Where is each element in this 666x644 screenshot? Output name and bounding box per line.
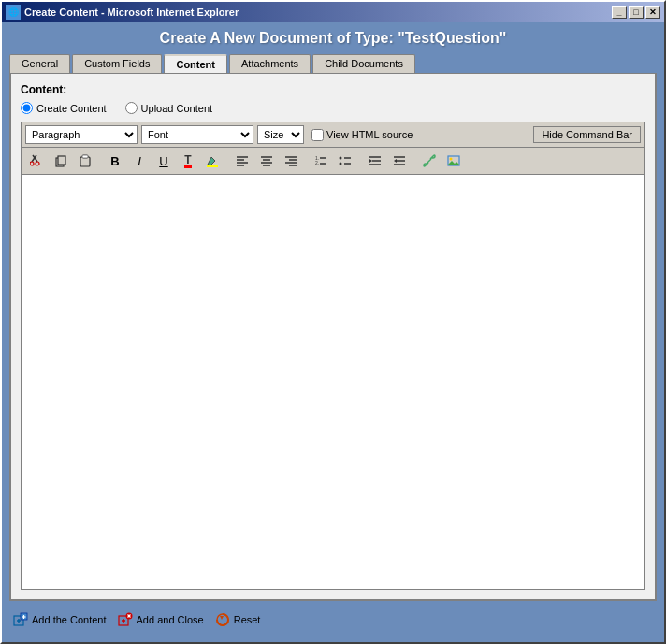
- add-close-button[interactable]: Add and Close: [118, 612, 204, 627]
- reset-button[interactable]: Reset: [215, 612, 261, 627]
- svg-point-2: [30, 162, 34, 165]
- paragraph-select[interactable]: Paragraph Heading 1 Heading 2 Heading 3: [25, 125, 138, 144]
- link-icon: [423, 154, 436, 167]
- tab-child-documents[interactable]: Child Documents: [312, 54, 415, 73]
- window-body: Create A New Document of Type: "TestQues…: [2, 22, 664, 642]
- separator-1: [98, 150, 102, 171]
- tab-attachments[interactable]: Attachments: [229, 54, 311, 73]
- tab-content[interactable]: Content: [164, 54, 227, 73]
- highlight-icon: [206, 154, 219, 167]
- add-close-svg: [118, 612, 133, 627]
- highlight-button[interactable]: [201, 150, 224, 171]
- tabs-bar: General Custom Fields Content Attachment…: [9, 54, 657, 73]
- svg-marker-33: [369, 159, 372, 163]
- align-right-icon: [284, 155, 297, 166]
- ordered-list-icon: 1. 2.: [314, 155, 327, 166]
- outdent-button[interactable]: [388, 150, 411, 171]
- title-bar: 🌐 Create Content - Microsoft Internet Ex…: [2, 2, 664, 22]
- align-center-button[interactable]: [255, 150, 278, 171]
- view-html-checkbox[interactable]: [311, 129, 324, 141]
- add-close-icon: [118, 612, 133, 627]
- size-select[interactable]: Size 8 10 12 14 16 18 24: [257, 125, 304, 144]
- indent-button[interactable]: [364, 150, 386, 171]
- editor-area[interactable]: [22, 175, 644, 589]
- svg-rect-8: [82, 155, 88, 158]
- svg-point-28: [340, 163, 342, 165]
- svg-point-3: [36, 162, 39, 165]
- main-content-panel: Content: Create Content Upload Content P…: [9, 73, 657, 601]
- page-title: Create A New Document of Type: "TestQues…: [9, 30, 657, 47]
- svg-rect-9: [207, 165, 218, 167]
- image-button[interactable]: [442, 150, 465, 171]
- svg-point-40: [450, 158, 453, 161]
- radio-create-content[interactable]: Create Content: [21, 102, 107, 114]
- paste-button[interactable]: [74, 150, 96, 171]
- add-content-button[interactable]: Add the Content: [13, 612, 107, 627]
- editor-container: Paragraph Heading 1 Heading 2 Heading 3 …: [21, 122, 645, 590]
- close-button[interactable]: ✕: [645, 6, 660, 19]
- reset-icon: [215, 612, 230, 627]
- align-right-button[interactable]: [280, 150, 302, 171]
- radio-upload-input[interactable]: [125, 102, 138, 114]
- reset-label: Reset: [234, 614, 261, 625]
- window-icon: 🌐: [6, 5, 21, 20]
- title-bar-left: 🌐 Create Content - Microsoft Internet Ex…: [6, 5, 239, 20]
- toolbar-row-2: B I U T: [22, 148, 644, 175]
- font-select[interactable]: Font Arial Times New Roman Courier: [141, 125, 253, 144]
- separator-5: [413, 150, 416, 171]
- content-label: Content:: [21, 83, 645, 96]
- separator-2: [225, 150, 229, 171]
- title-controls: _ □ ✕: [612, 6, 660, 19]
- bold-button[interactable]: B: [104, 150, 126, 171]
- hide-command-bar-button[interactable]: Hide Command Bar: [533, 126, 641, 143]
- svg-marker-55: [220, 616, 224, 620]
- add-content-label: Add the Content: [32, 614, 107, 625]
- svg-point-26: [340, 157, 342, 160]
- window-title: Create Content - Microsoft Internet Expl…: [24, 7, 239, 18]
- add-content-svg: [13, 612, 28, 627]
- unordered-list-button[interactable]: [334, 150, 356, 171]
- view-html-label[interactable]: View HTML source: [311, 129, 413, 141]
- add-content-icon: [13, 612, 28, 627]
- italic-button[interactable]: I: [128, 150, 151, 171]
- main-window: 🌐 Create Content - Microsoft Internet Ex…: [0, 0, 666, 644]
- ordered-list-button[interactable]: 1. 2.: [310, 150, 332, 171]
- text-color-button[interactable]: T: [177, 150, 199, 171]
- tab-general[interactable]: General: [9, 54, 70, 73]
- svg-marker-37: [394, 159, 397, 163]
- radio-group: Create Content Upload Content: [21, 102, 645, 114]
- paste-icon: [79, 154, 92, 167]
- copy-icon: [54, 154, 67, 167]
- radio-create-input[interactable]: [21, 102, 33, 114]
- separator-3: [304, 150, 308, 171]
- svg-marker-41: [448, 161, 459, 165]
- toolbar-row-1: Paragraph Heading 1 Heading 2 Heading 3 …: [22, 122, 644, 148]
- cut-button[interactable]: [25, 150, 48, 171]
- align-left-button[interactable]: [231, 150, 253, 171]
- link-button[interactable]: [418, 150, 441, 171]
- unordered-list-icon: [339, 155, 352, 166]
- outdent-icon: [393, 155, 406, 166]
- reset-svg: [215, 612, 230, 627]
- underline-button[interactable]: U: [152, 150, 175, 171]
- align-left-icon: [236, 155, 249, 166]
- footer: Add the Content Add and Close: [9, 605, 657, 635]
- text-color-icon: T: [184, 154, 191, 168]
- radio-upload-content[interactable]: Upload Content: [125, 102, 212, 114]
- svg-line-38: [427, 159, 431, 163]
- minimize-button[interactable]: _: [612, 6, 627, 19]
- maximize-button[interactable]: □: [629, 6, 644, 19]
- add-close-label: Add and Close: [137, 614, 204, 625]
- indent-icon: [369, 155, 382, 166]
- align-center-icon: [260, 155, 273, 166]
- svg-rect-5: [58, 156, 65, 165]
- svg-text:2.: 2.: [315, 160, 319, 165]
- separator-4: [358, 150, 362, 171]
- tab-custom-fields[interactable]: Custom Fields: [72, 54, 162, 73]
- cut-icon: [30, 154, 43, 167]
- image-icon: [447, 155, 460, 166]
- copy-button[interactable]: [50, 150, 72, 171]
